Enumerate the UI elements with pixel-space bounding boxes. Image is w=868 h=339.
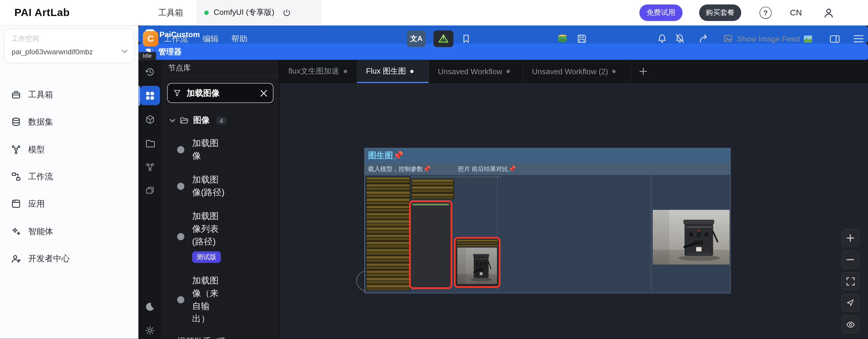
selected-node-2[interactable] (454, 237, 500, 288)
tab-label: Flux 图生图 (366, 66, 406, 76)
comfyui-logo[interactable]: C (143, 31, 158, 46)
tab-label: flux文生图加速 (288, 66, 339, 76)
image-feed-toggle[interactable]: Show Image Feed (723, 26, 812, 52)
workspace-selector[interactable]: 工作空间 pai_pfo63vwarwndif0mbz (4, 29, 134, 63)
sidebar-item-agent[interactable]: 智能体 (0, 220, 138, 243)
new-tab-button[interactable] (631, 60, 655, 83)
save-icon[interactable] (576, 33, 587, 44)
bell-icon[interactable] (657, 33, 668, 44)
sparkles-icon (11, 226, 21, 237)
category-label: 视频助手 (177, 336, 212, 339)
graph-panel-button[interactable] (138, 155, 161, 179)
model-library-panel-button[interactable] (138, 107, 161, 131)
tab-flux-txt2img-accel[interactable]: flux文生图加速 (280, 60, 357, 83)
menu-edit[interactable]: 编辑 (203, 26, 219, 52)
category-label: 图像 (193, 115, 210, 126)
prism-icon (438, 33, 449, 44)
canvas-toolbar (841, 229, 859, 333)
sidebar-item-label: 工具箱 (28, 89, 53, 100)
node-item-load-image-list[interactable]: 加载图像列表(路径) 测试版 (177, 210, 279, 263)
workflows-panel-button[interactable] (138, 131, 161, 155)
pai-sidebar: 工作空间 pai_pfo63vwarwndif0mbz 工具箱 数据集 模型 工… (0, 26, 138, 339)
theme-toggle-button[interactable] (138, 295, 161, 318)
node-category-video-helper[interactable]: 视频助手 🎬 (177, 336, 279, 339)
graph-nodes-icon (145, 162, 155, 172)
share-icon[interactable] (699, 33, 710, 44)
language-switch[interactable]: CN (790, 0, 802, 26)
node-category-row[interactable]: 图像 4 (169, 115, 279, 126)
node-item-load-image-from-output[interactable]: 加载图像（来自输出） (177, 274, 279, 325)
developer-icon (11, 253, 21, 264)
node-dot-icon (177, 296, 184, 303)
node-item-label: 加载图像（来自输出） (192, 276, 219, 323)
bookmark-icon[interactable] (461, 34, 471, 44)
settings-button[interactable] (138, 319, 161, 339)
sidebar-item-dataset[interactable]: 数据集 (0, 111, 138, 133)
menu-workflow[interactable]: 工作流 (164, 26, 188, 52)
history-icon (145, 67, 155, 77)
node-stack-left[interactable] (366, 177, 410, 290)
comfyui-session-tab[interactable]: ComfyUI (专享版) (196, 0, 321, 26)
img2img-group-node[interactable]: 图生图📌 载入模型，控制参数📌 照片 前后结果对比📌 (364, 148, 731, 293)
select-mode-button[interactable] (841, 294, 859, 312)
node-search-box[interactable] (167, 83, 273, 103)
sidebar-item-workflow[interactable]: 工作流 (0, 166, 138, 188)
selected-node-1[interactable] (409, 201, 452, 289)
node-item-load-image[interactable]: 加载图像 (177, 137, 279, 162)
sidebar-item-label: 工作流 (28, 171, 53, 182)
zoom-out-button[interactable] (841, 251, 859, 269)
status-badge: Idle (138, 52, 156, 60)
app-root: PAI ArtLab 工具箱 ComfyUI (专享版) 免费试用 购买套餐 ?… (0, 0, 868, 339)
folder-open-icon (180, 117, 189, 124)
image-feed-label: Show Image Feed (737, 34, 800, 43)
free-trial-button[interactable]: 免费试用 (640, 4, 682, 21)
hamburger-menu-icon[interactable] (854, 34, 864, 43)
bell-off-icon[interactable] (674, 33, 685, 44)
minus-icon (846, 255, 855, 264)
subgroup-label-left: 载入模型，控制参数📌 (368, 165, 430, 173)
history-panel-button[interactable] (138, 60, 161, 84)
node-item-load-image-path[interactable]: 加载图像(路径) (177, 173, 279, 199)
tab-label: Unsaved Workflow (2) (532, 67, 608, 76)
toggle-visibility-button[interactable] (841, 315, 859, 333)
node-tree: 图像 4 加载图像 加载图像(路径) 加载图像列表( (162, 115, 279, 339)
node-stack-small[interactable] (411, 179, 454, 199)
workspace-value: pai_pfo63vwarwndif0mbz (11, 48, 93, 56)
nav-toolbox[interactable]: 工具箱 (158, 0, 183, 26)
film-emoji-icon: 🎬 (215, 337, 226, 339)
gallery-panel-button[interactable] (138, 179, 161, 203)
workflow-icon (11, 172, 21, 182)
menu-help[interactable]: 帮助 (231, 26, 247, 52)
credits-icon[interactable] (556, 33, 568, 45)
group-title-bar[interactable]: 图生图📌 (365, 148, 730, 163)
tab-flux-img2img[interactable]: Flux 图生图 (357, 60, 429, 83)
buy-plan-button[interactable]: 购买套餐 (699, 4, 741, 21)
zoom-in-button[interactable] (841, 229, 859, 247)
navigation-arrow-icon (846, 298, 855, 307)
chevron-down-icon (169, 118, 176, 123)
sidebar-item-developer[interactable]: 开发者中心 (0, 248, 138, 270)
coffee-machine-preview-image[interactable] (653, 210, 730, 265)
subgroup-band[interactable]: 载入模型，控制参数📌 照片 前后结果对比📌 (365, 163, 730, 175)
sidebar-item-toolbox[interactable]: 工具箱 (0, 84, 138, 106)
feed-preview-thumbnail-icon (804, 35, 812, 42)
power-icon[interactable] (282, 8, 291, 17)
coffee-machine-thumbnail[interactable] (457, 248, 497, 284)
sidebar-item-app[interactable]: 应用 (0, 193, 138, 215)
unsaved-dot-icon (612, 70, 616, 73)
help-button[interactable]: ? (760, 6, 772, 19)
translate-button[interactable]: 文A (407, 31, 426, 47)
model-icon (11, 145, 21, 155)
node-dot-icon (177, 146, 184, 153)
fit-view-button[interactable] (841, 272, 859, 290)
node-search-input[interactable] (186, 88, 256, 98)
node-library-panel-button[interactable] (138, 84, 161, 107)
prism-button[interactable] (433, 31, 453, 47)
user-avatar-icon[interactable] (823, 6, 835, 19)
clear-search-icon[interactable] (260, 89, 267, 96)
workflow-canvas[interactable]: 图生图📌 载入模型，控制参数📌 照片 前后结果对比📌 (280, 83, 868, 339)
panel-toggle-icon[interactable] (829, 34, 840, 44)
tab-unsaved-workflow-2[interactable]: Unsaved Workflow (2) (523, 60, 631, 83)
sidebar-item-model[interactable]: 模型 (0, 138, 138, 161)
tab-unsaved-workflow[interactable]: Unsaved Workflow (429, 60, 523, 83)
